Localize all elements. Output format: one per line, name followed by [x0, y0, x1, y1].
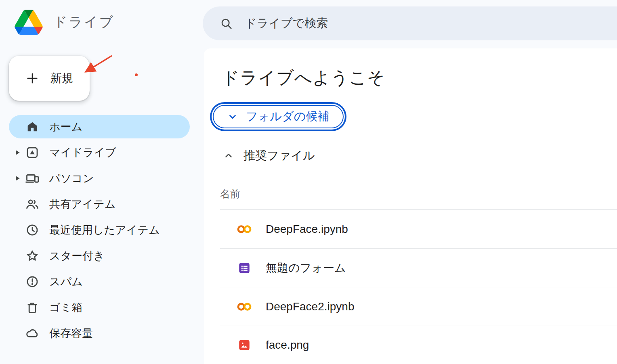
forms-icon: [236, 261, 252, 275]
home-icon: [25, 119, 40, 134]
file-row[interactable]: face.png: [220, 326, 617, 364]
sidebar-item-starred[interactable]: スター付き: [9, 244, 190, 268]
sidebar-item-shared[interactable]: 共有アイテム: [9, 192, 190, 216]
file-name: DeepFace.ipynb: [266, 223, 348, 236]
recent-icon: [25, 223, 40, 237]
sidebar: 新規 ホーム マイドライブ: [0, 48, 204, 347]
file-name: 無題のフォーム: [266, 260, 346, 276]
my-drive-icon: [25, 145, 40, 160]
sidebar-item-my-drive[interactable]: マイドライブ: [9, 141, 190, 164]
sidebar-nav: ホーム マイドライブ: [0, 115, 204, 345]
colab-icon: [236, 301, 252, 312]
new-button[interactable]: 新規: [9, 56, 90, 101]
spam-icon: [25, 274, 40, 289]
chevron-up-icon: [223, 151, 234, 161]
image-icon: [236, 338, 252, 352]
sidebar-item-storage[interactable]: 保存容量: [9, 322, 190, 345]
search-icon: [220, 17, 233, 30]
starred-icon: [25, 249, 40, 263]
storage-icon: [25, 326, 40, 341]
file-name: DeepFace2.ipynb: [266, 300, 354, 313]
sidebar-item-recent[interactable]: 最近使用したアイテム: [9, 218, 190, 242]
file-row[interactable]: 無題のフォーム: [220, 248, 617, 287]
welcome-title: ドライブへようこそ: [222, 66, 617, 90]
sidebar-item-computers[interactable]: パソコン: [9, 167, 190, 190]
file-row[interactable]: DeepFace2.ipynb: [220, 287, 617, 326]
trash-icon: [25, 300, 40, 315]
expand-arrow-icon[interactable]: [15, 175, 21, 182]
shared-with-me-icon: [25, 197, 40, 211]
suggested-files-table: DeepFace.ipynb 無題のフォーム DeepFace2.ipy: [220, 209, 617, 364]
file-row[interactable]: DeepFace.ipynb: [220, 209, 617, 248]
suggested-files-toggle[interactable]: 推奨ファイル: [223, 148, 617, 164]
name-column-header[interactable]: 名前: [220, 187, 617, 201]
suggested-folders-button[interactable]: フォルダの候補: [213, 105, 344, 128]
expand-arrow-icon[interactable]: [15, 149, 21, 156]
chevron-down-icon: [227, 111, 238, 122]
computers-icon: [25, 171, 40, 186]
suggested-files-label: 推奨ファイル: [243, 148, 315, 164]
search-placeholder: ドライブで検索: [245, 15, 328, 31]
app-title: ドライブ: [53, 13, 114, 31]
colab-icon: [236, 224, 252, 234]
search-input[interactable]: ドライブで検索: [203, 6, 617, 40]
sidebar-item-trash[interactable]: ゴミ箱: [9, 296, 190, 319]
main-content: ドライブへようこそ フォルダの候補 推奨ファイル 名前 DeepFace.ipy…: [204, 48, 617, 364]
drive-logo-icon: [15, 10, 43, 35]
drive-home-link[interactable]: ドライブ: [15, 10, 114, 35]
sidebar-item-spam[interactable]: スパム: [9, 270, 190, 293]
sidebar-item-home[interactable]: ホーム: [9, 115, 190, 138]
file-name: face.png: [266, 339, 309, 351]
suggested-folders-label: フォルダの候補: [246, 109, 329, 125]
plus-icon: [25, 71, 39, 85]
